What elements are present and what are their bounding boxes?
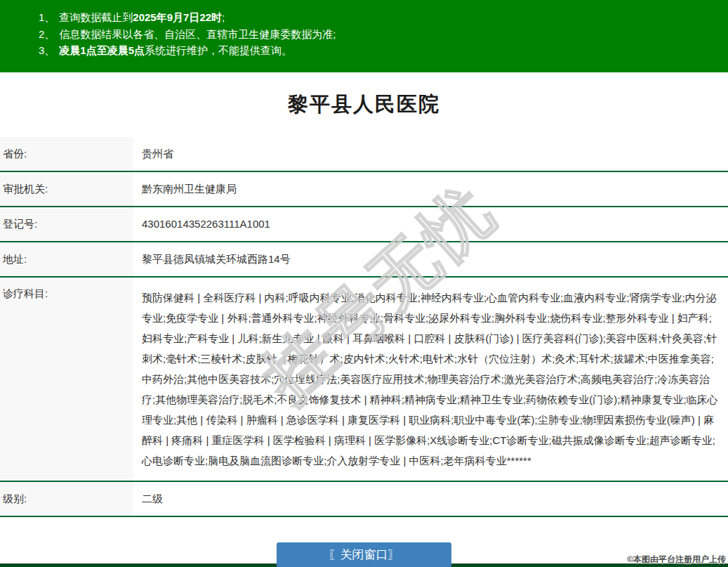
hospital-info-table: 省份: 贵州省 审批机关: 黔东南州卫生健康局 登记号: 43016014352… xyxy=(0,137,728,517)
notice-text: ; xyxy=(222,11,225,23)
row-value: 黎平县德凤镇城关环城西路14号 xyxy=(133,242,728,276)
row-value: 贵州省 xyxy=(133,137,728,171)
row-label: 地址: xyxy=(0,242,133,276)
close-window-button[interactable]: 〖关闭窗口〗 xyxy=(277,542,451,567)
notice-text: 系统进行维护，不能提供查询。 xyxy=(145,44,292,56)
notice-number: 1、 xyxy=(39,11,55,23)
notice-line-2: 2、信息数据结果以各省、自治区、直辖市卫生健康委数据为准; xyxy=(39,26,714,43)
hospital-name-title: 黎平县人民医院 xyxy=(288,91,440,119)
row-value: 预防保健科 | 全科医疗科 | 内科;呼吸内科专业;消化内科专业;神经内科专业;… xyxy=(133,278,728,481)
row-value: 43016014352263111A1001 xyxy=(133,207,728,241)
row-value: 二级 xyxy=(133,482,728,516)
notice-text: 信息数据结果以各省、自治区、直辖市卫生健康委数据为准; xyxy=(59,28,336,40)
notice-line-1: 1、查询数据截止到2025年9月7日22时; xyxy=(39,9,714,26)
table-row-province: 省份: 贵州省 xyxy=(0,137,728,172)
row-label: 诊疗科目: xyxy=(0,278,133,481)
row-label: 省份: xyxy=(0,137,133,171)
notice-line-3: 3、凌晨1点至凌晨5点系统进行维护，不能提供查询。 xyxy=(39,42,714,59)
title-section: 黎平县人民医院 xyxy=(0,72,728,137)
hospital-detail-page: 1、查询数据截止到2025年9月7日22时; 2、信息数据结果以各省、自治区、直… xyxy=(0,0,728,567)
table-row-departments: 诊疗科目: 预防保健科 | 全科医疗科 | 内科;呼吸内科专业;消化内科专业;神… xyxy=(0,278,728,482)
notice-text-bold: 2025年9月7日22时 xyxy=(133,11,222,23)
row-label: 审批机关: xyxy=(0,172,133,206)
notice-text: 查询数据截止到 xyxy=(59,11,133,23)
table-row-registration-number: 登记号: 43016014352263111A1001 xyxy=(0,207,728,242)
row-label: 登记号: xyxy=(0,207,133,241)
copyright-stamp: ©本图由平台注册用户上传 xyxy=(627,554,726,566)
row-label: 级别: xyxy=(0,482,133,516)
table-row-approval-authority: 审批机关: 黔东南州卫生健康局 xyxy=(0,172,728,207)
notice-banner: 1、查询数据截止到2025年9月7日22时; 2、信息数据结果以各省、自治区、直… xyxy=(0,0,728,72)
row-value: 黔东南州卫生健康局 xyxy=(133,172,728,206)
notice-number: 2、 xyxy=(39,28,55,40)
notice-number: 3、 xyxy=(39,44,55,56)
table-row-address: 地址: 黎平县德凤镇城关环城西路14号 xyxy=(0,242,728,278)
table-row-level: 级别: 二级 xyxy=(0,482,728,517)
notice-text-bold: 凌晨1点至凌晨5点 xyxy=(59,44,145,56)
